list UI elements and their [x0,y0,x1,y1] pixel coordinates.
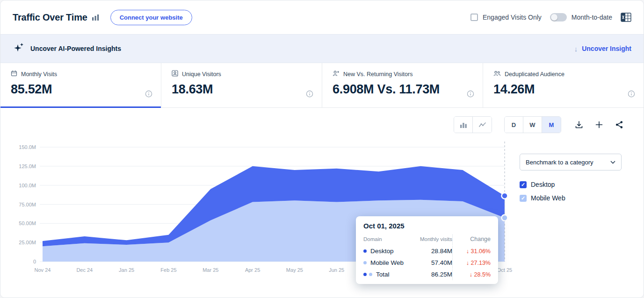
svg-text:Mar 25: Mar 25 [203,267,218,273]
desktop-dot-icon [363,249,367,253]
connect-website-button[interactable]: Connect your website [110,10,192,25]
info-icon[interactable] [467,90,474,98]
svg-text:75.00M: 75.00M [19,202,36,207]
granularity-month-button[interactable]: M [542,117,561,133]
calendar-icon [11,70,17,78]
month-to-date-label: Month-to-date [572,14,612,21]
tooltip-col-visits: Monthly visits [409,234,452,245]
chart-tooltip: Oct 01, 2025 Domain Monthly visits Chang… [356,216,498,284]
total-dot-mobile-icon [369,273,372,276]
svg-text:Oct 25: Oct 25 [497,267,512,273]
chart-toolbar: D W M [0,116,644,133]
change-down-icon: ↓ [466,248,471,255]
svg-text:May 25: May 25 [286,267,303,273]
legend-label: Desktop [531,181,555,188]
tooltip-desktop-change: ↓ 31.06% [452,246,491,257]
svg-text:125.0M: 125.0M [19,163,36,169]
benchmark-label: Benchmark to a category [526,159,593,166]
mini-bar-chart-icon [92,14,99,21]
toolbar-icons [573,119,625,130]
chart-section: D W M 150.0M125.0M100.0M75.00M50.00M25.0… [0,108,644,279]
desktop-checkbox[interactable]: ✓ [520,181,527,188]
mobile-web-dot-icon [363,261,367,264]
granularity-group: D W M [504,116,561,133]
tooltip-date: Oct 01, 2025 [363,222,491,234]
excel-export-button[interactable] [621,13,631,22]
header-controls: Engaged Visits Only Month-to-date [470,13,631,22]
card-label: Deduplicated Audience [505,71,564,78]
tooltip-row-mobile-web: Mobile Web [363,257,409,269]
svg-text:50.00M: 50.00M [19,220,36,226]
add-compare-button[interactable] [594,120,604,130]
card-value: 14.26M [493,82,633,97]
tooltip-table: Domain Monthly visits Change Desktop 28.… [363,234,491,280]
chart-side-panel: Benchmark to a category ✓ Desktop ✓ Mobi… [520,133,644,279]
change-down-icon: ↓ [466,260,471,266]
tooltip-total-change: ↓ 28.5% [452,269,491,280]
metric-cards: Monthly Visits 85.52M Unique Visitors 18… [0,63,644,108]
download-button[interactable] [573,119,585,130]
granularity-day-button[interactable]: D [505,117,523,133]
info-icon[interactable] [145,90,152,98]
card-value: 85.52M [11,82,151,97]
svg-text:25.00M: 25.00M [19,240,36,245]
person-add-icon [333,70,340,78]
uncover-insight-label: Uncover Insight [582,45,631,52]
toggle-knob [551,14,557,21]
legend-item-desktop[interactable]: ✓ Desktop [520,181,644,188]
svg-text:150.0M: 150.0M [19,144,36,150]
svg-text:0: 0 [33,259,36,264]
engaged-visits-checkbox[interactable] [470,14,478,21]
excel-icon [621,13,631,22]
tooltip-desktop-value: 28.84M [409,245,452,257]
svg-text:Nov 24: Nov 24 [35,267,51,273]
traffic-over-time-panel: Traffic Over Time Connect your website E… [0,0,644,298]
uncover-insight-link[interactable]: ↓ Uncover Insight [574,45,631,53]
engaged-visits-label: Engaged Visits Only [483,14,542,21]
chevron-down-icon [610,161,615,164]
change-down-icon: ↓ [470,271,474,278]
tooltip-col-domain: Domain [363,234,409,245]
people-icon [493,70,501,78]
series-legend: ✓ Desktop ✓ Mobile Web [520,181,644,202]
share-button[interactable] [614,119,625,130]
tooltip-col-change: Change [452,234,491,245]
card-monthly-visits[interactable]: Monthly Visits 85.52M [0,63,161,107]
benchmark-category-select[interactable]: Benchmark to a category [520,154,622,170]
card-value: 6.908M Vs. 11.73M [333,82,472,97]
svg-text:Feb 25: Feb 25 [160,267,176,273]
svg-text:Apr 25: Apr 25 [245,267,260,273]
mobile-web-checkbox[interactable]: ✓ [520,195,527,202]
info-icon[interactable] [628,90,635,98]
card-value: 18.63M [172,82,311,97]
tooltip-row-desktop: Desktop [363,245,409,257]
tooltip-mobile-change: ↓ 27.13% [452,257,491,269]
card-deduplicated-audience[interactable]: Deduplicated Audience 14.26M [483,63,644,107]
tooltip-row-total: Total [363,269,409,280]
card-unique-visitors[interactable]: Unique Visitors 18.63M [161,63,322,107]
chart-row: 150.0M125.0M100.0M75.00M50.00M25.00M0Nov… [0,133,644,279]
ai-banner-text: Uncover AI-Powered Insights [30,45,121,52]
svg-text:Dec 24: Dec 24 [76,267,93,273]
svg-text:100.0M: 100.0M [19,183,36,188]
page-title: Traffic Over Time [13,12,87,23]
legend-label: Mobile Web [531,194,565,202]
card-label: Monthly Visits [21,71,57,78]
svg-text:Jun 25: Jun 25 [329,267,344,273]
line-chart-view-button[interactable] [473,117,492,133]
tooltip-total-value: 86.25M [409,269,452,280]
tooltip-mobile-value: 57.40M [409,257,452,269]
ai-insights-banner: Uncover AI-Powered Insights ↓ Uncover In… [0,34,644,63]
bar-chart-view-button[interactable] [454,117,473,133]
down-arrow-icon: ↓ [574,45,578,53]
granularity-week-button[interactable]: W [523,117,542,133]
sparkles-icon [13,42,25,56]
card-label: New Vs. Returning Visitors [343,71,412,78]
month-to-date-toggle[interactable] [550,13,567,21]
chart-type-group [454,116,492,133]
card-label: Unique Visitors [182,71,221,78]
legend-item-mobile-web[interactable]: ✓ Mobile Web [520,194,644,202]
info-icon[interactable] [306,90,313,98]
card-new-vs-returning[interactable]: New Vs. Returning Visitors 6.908M Vs. 11… [322,63,483,107]
total-dot-desktop-icon [363,273,367,276]
